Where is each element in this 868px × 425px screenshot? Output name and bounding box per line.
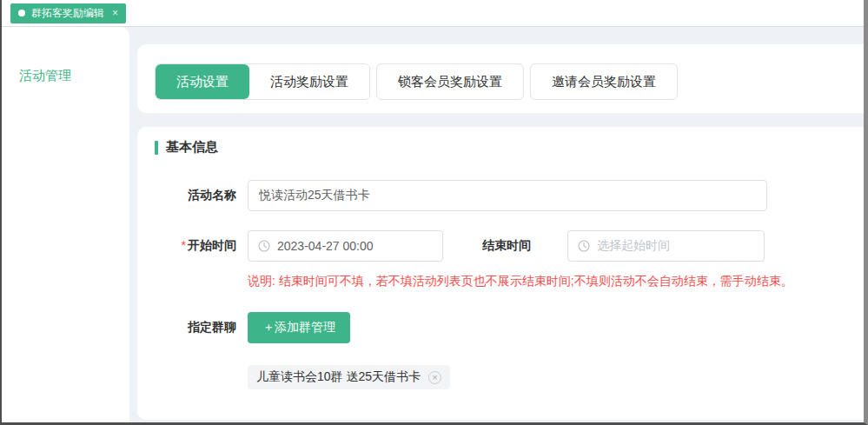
active-dot-icon xyxy=(18,10,25,17)
group-chat-row: 指定群聊 ＋添加群管理 xyxy=(155,312,846,343)
sidebar-item-activity-management[interactable]: 活动管理 xyxy=(19,68,129,84)
clock-icon xyxy=(578,240,590,252)
section-accent-bar xyxy=(155,141,158,155)
tabs-row: 活动设置 活动奖励设置 锁客会员奖励设置 邀请会员奖励设置 xyxy=(155,63,864,100)
main-area: 活动管理 活动设置 活动奖励设置 锁客会员奖励设置 邀请会员奖励设置 基本信息 … xyxy=(2,27,864,422)
end-time-label: 结束时间 xyxy=(482,238,531,254)
group-tags-row: 儿童读书会10群 送25天借书卡 × xyxy=(248,365,846,389)
end-time-note: 说明: 结束时间可不填，若不填活动列表页也不展示结束时间;不填则活动不会自动结束… xyxy=(248,274,846,289)
tabs-card: 活动设置 活动奖励设置 锁客会员奖励设置 邀请会员奖励设置 xyxy=(137,44,864,113)
group-chat-label: 指定群聊 xyxy=(155,320,236,335)
start-time-value: 2023-04-27 00:00 xyxy=(277,239,374,253)
clock-icon xyxy=(258,240,270,252)
section-header: 基本信息 xyxy=(155,139,846,156)
end-time-input[interactable]: 选择起始时间 xyxy=(567,230,765,262)
group-tag: 儿童读书会10群 送25天借书卡 × xyxy=(248,365,450,389)
sidebar: 活动管理 xyxy=(2,27,129,422)
start-time-input[interactable]: 2023-04-27 00:00 xyxy=(248,230,443,262)
activity-name-label: 活动名称 xyxy=(155,188,236,203)
activity-name-row: 活动名称 xyxy=(155,180,846,211)
start-time-label: *开始时间 xyxy=(155,238,236,254)
end-time-placeholder: 选择起始时间 xyxy=(597,238,670,254)
tab-invite-member-reward-settings[interactable]: 邀请会员奖励设置 xyxy=(530,63,678,100)
section-title: 基本信息 xyxy=(166,139,218,156)
tab-group: 活动设置 活动奖励设置 xyxy=(155,63,370,100)
time-row: *开始时间 2023-04-27 00:00 结束时间 选择起始时间 xyxy=(155,230,846,262)
opened-tab-label: 群拓客奖励编辑 xyxy=(31,6,104,21)
add-group-button[interactable]: ＋添加群管理 xyxy=(248,312,350,343)
group-tag-label: 儿童读书会10群 送25天借书卡 xyxy=(256,369,421,385)
required-asterisk: * xyxy=(182,238,186,252)
remove-tag-icon[interactable]: × xyxy=(428,371,441,384)
opened-tab-chip[interactable]: 群拓客奖励编辑 × xyxy=(10,3,126,23)
close-icon[interactable]: × xyxy=(112,7,118,19)
basic-info-card: 基本信息 活动名称 *开始时间 2023-04-27 00:00 结束时间 xyxy=(137,127,864,420)
tab-activity-settings[interactable]: 活动设置 xyxy=(156,64,249,99)
opened-tabs-bar: 群拓客奖励编辑 × xyxy=(2,0,864,27)
content-column: 活动设置 活动奖励设置 锁客会员奖励设置 邀请会员奖励设置 基本信息 活动名称 … xyxy=(137,27,864,422)
tab-activity-reward-settings[interactable]: 活动奖励设置 xyxy=(249,64,369,99)
tab-locked-member-reward-settings[interactable]: 锁客会员奖励设置 xyxy=(376,63,524,100)
activity-name-input[interactable] xyxy=(248,180,767,211)
